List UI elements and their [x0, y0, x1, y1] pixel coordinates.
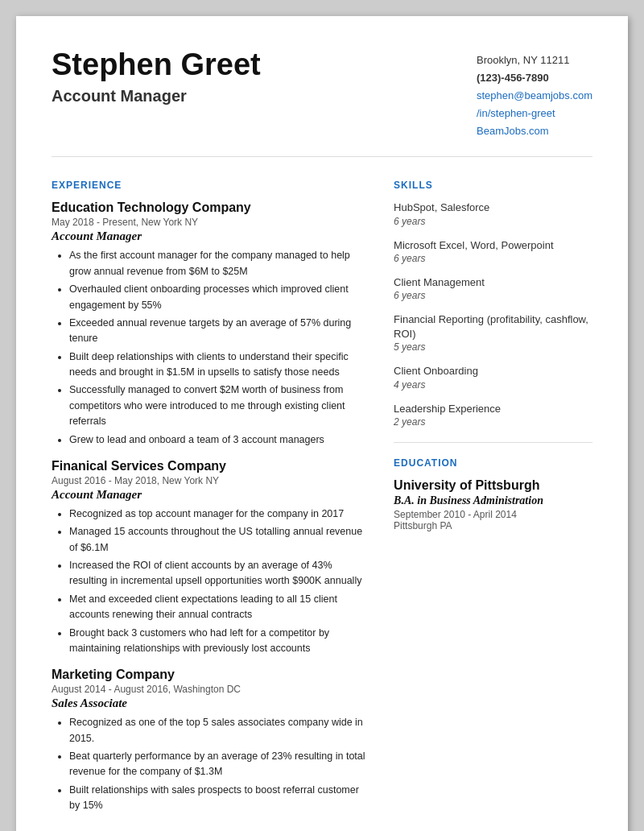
- skill-item-2: Client Management 6 years: [394, 275, 592, 301]
- resume-page: Stephen Greet Account Manager Brooklyn, …: [16, 16, 628, 831]
- education-section-label: EDUCATION: [394, 457, 592, 469]
- skill-name-3: Financial Reporting (profitability, cash…: [394, 312, 592, 341]
- bullet: Built deep relationships with clients to…: [69, 349, 369, 381]
- skill-item-1: Microsoft Excel, Word, Powerpoint 6 year…: [394, 238, 592, 264]
- job-title-1: Account Manager: [52, 229, 369, 243]
- linkedin-link[interactable]: /in/stephen-greet: [477, 107, 555, 119]
- date-location-1: May 2018 - Present, New York NY: [52, 217, 369, 228]
- experience-column: EXPERIENCE Education Technology Company …: [52, 180, 369, 825]
- job-entry-2: Finanical Services Company August 2016 -…: [52, 459, 369, 656]
- bullet: As the first account manager for the com…: [69, 248, 369, 279]
- edu-location: Pittsburgh PA: [394, 520, 592, 531]
- experience-section-label: EXPERIENCE: [52, 180, 369, 191]
- email-link[interactable]: stephen@beamjobs.com: [477, 89, 592, 101]
- bullet: Overhauled client onboarding processes w…: [69, 282, 369, 313]
- education-section: EDUCATION University of Pittsburgh B.A. …: [394, 457, 592, 531]
- skill-name-1: Microsoft Excel, Word, Powerpoint: [394, 238, 592, 253]
- skill-item-5: Leadership Experience 2 years: [394, 402, 592, 428]
- skill-years-1: 6 years: [394, 253, 592, 264]
- job-entry-1: Education Technology Company May 2018 - …: [52, 201, 369, 448]
- resume-body: EXPERIENCE Education Technology Company …: [52, 180, 592, 825]
- company-name-1: Education Technology Company: [52, 201, 369, 215]
- job-title-2: Account Manager: [52, 488, 369, 502]
- skill-years-5: 2 years: [394, 416, 592, 428]
- bullet: Managed 15 accounts throughout the US to…: [69, 524, 369, 556]
- skill-years-3: 5 years: [394, 341, 592, 353]
- header-left: Stephen Greet Account Manager: [52, 48, 261, 105]
- bullet: Increased the ROI of client accounts by …: [69, 558, 369, 589]
- bullets-3: Recognized as one of the top 5 sales ass…: [52, 715, 369, 813]
- edu-date: September 2010 - April 2014: [394, 509, 592, 520]
- resume-header: Stephen Greet Account Manager Brooklyn, …: [52, 48, 592, 157]
- date-location-2: August 2016 - May 2018, New York NY: [52, 475, 369, 486]
- skill-years-0: 6 years: [394, 216, 592, 227]
- company-name-3: Marketing Company: [52, 668, 369, 682]
- skill-name-0: HubSpot, Salesforce: [394, 201, 592, 215]
- bullets-2: Recognized as top account manager for th…: [52, 506, 369, 656]
- bullet: Successfully managed to convert $2M wort…: [69, 382, 369, 429]
- candidate-name: Stephen Greet: [52, 48, 261, 82]
- bullet: Recognized as one of the top 5 sales ass…: [69, 715, 369, 746]
- bullet: Grew to lead and onboard a team of 3 acc…: [69, 432, 369, 448]
- website-link[interactable]: BeamJobs.com: [477, 125, 549, 137]
- skill-item-0: HubSpot, Salesforce 6 years: [394, 201, 592, 226]
- skill-name-4: Client Onboarding: [394, 364, 592, 378]
- bullet: Beat quarterly performance by an average…: [69, 749, 369, 780]
- skills-section: SKILLS HubSpot, Salesforce 6 years Micro…: [394, 180, 592, 427]
- skill-years-2: 6 years: [394, 290, 592, 301]
- bullet: Built relationships with sales prospects…: [69, 783, 369, 814]
- skills-education-column: SKILLS HubSpot, Salesforce 6 years Micro…: [394, 180, 592, 825]
- skill-item-4: Client Onboarding 4 years: [394, 364, 592, 390]
- date-location-3: August 2014 - August 2016, Washington DC: [52, 684, 369, 695]
- bullets-1: As the first account manager for the com…: [52, 248, 369, 448]
- bullet: Brought back 3 customers who had left fo…: [69, 626, 369, 657]
- job-title-3: Sales Associate: [52, 697, 369, 710]
- address: Brooklyn, NY 11211: [477, 52, 592, 69]
- bullet: Exceeded annual revenue targets by an av…: [69, 316, 369, 347]
- edu-school: University of Pittsburgh: [394, 478, 592, 493]
- bullet: Met and exceeded client expectations lea…: [69, 592, 369, 623]
- bullet: Recognized as top account manager for th…: [69, 506, 369, 522]
- skills-section-label: SKILLS: [394, 180, 592, 191]
- skills-education-divider: [394, 442, 592, 443]
- skill-item-3: Financial Reporting (profitability, cash…: [394, 312, 592, 353]
- skill-name-5: Leadership Experience: [394, 402, 592, 416]
- job-entry-3: Marketing Company August 2014 - August 2…: [52, 668, 369, 813]
- skill-years-4: 4 years: [394, 379, 592, 391]
- phone: (123)-456-7890: [477, 69, 592, 87]
- header-contact: Brooklyn, NY 11211 (123)-456-7890 stephe…: [477, 48, 592, 140]
- edu-degree: B.A. in Business Administration: [394, 494, 592, 507]
- candidate-title: Account Manager: [52, 87, 261, 105]
- skill-name-2: Client Management: [394, 275, 592, 290]
- company-name-2: Finanical Services Company: [52, 459, 369, 473]
